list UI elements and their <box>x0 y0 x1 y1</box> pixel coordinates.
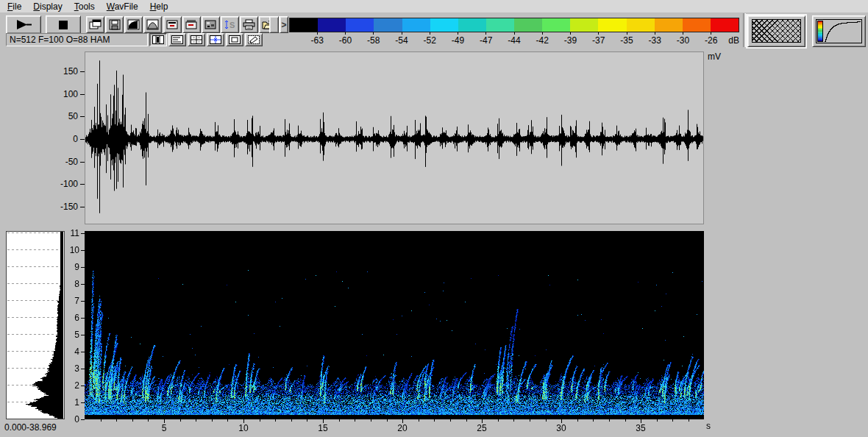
waveform-ytick-label: -50 <box>50 157 78 167</box>
average-spectrum-display <box>6 231 65 419</box>
dither-display-button[interactable] <box>202 16 220 33</box>
spectrogram-xtick-label: 10 <box>235 423 252 433</box>
waveform-ytick <box>80 184 85 185</box>
spectrogram-xtick <box>291 419 292 422</box>
waveform-ytick-label: -100 <box>50 179 78 189</box>
colorbar-segment-13 <box>655 18 683 32</box>
colorbar-segment-7 <box>486 18 514 32</box>
spectrogram-xtick <box>546 419 547 422</box>
quad-grid-icon <box>191 35 202 44</box>
vertical-split-view-button[interactable] <box>149 33 167 46</box>
capture-window-button[interactable] <box>86 16 104 33</box>
colorbar-segment-5 <box>430 18 458 32</box>
colorbar-tick <box>373 32 374 35</box>
colorbar-segment-12 <box>627 18 655 32</box>
spectrogram-ytick <box>81 352 85 352</box>
spectrogram-xtick <box>419 419 419 422</box>
dither-display-icon <box>204 19 217 30</box>
line-list-view-button[interactable] <box>168 33 186 46</box>
menu-display[interactable]: Display <box>27 1 68 13</box>
colorbar-tick <box>542 32 543 35</box>
colorbar-label: -60 <box>334 35 357 46</box>
colorbar-tick <box>317 32 318 35</box>
spectrogram-xtick <box>672 419 673 422</box>
waveform-ytick <box>80 116 85 117</box>
colorbar-segment-9 <box>542 18 570 32</box>
capture-window-icon <box>89 19 102 30</box>
colorbar-segment-11 <box>598 18 626 32</box>
colorbar-label: -35 <box>615 35 638 46</box>
colorbar-label: -44 <box>502 35 526 46</box>
spectrogram-xtick <box>132 419 133 422</box>
quad-grid-view-button[interactable] <box>188 33 205 46</box>
spectrogram-ytick <box>81 318 85 319</box>
spectrogram-ytick-label: 8 <box>60 279 79 289</box>
spectrogram-xtick-label: 30 <box>552 423 570 433</box>
crosshatch-pattern-icon <box>752 19 801 43</box>
spectrogram-ytick <box>81 233 85 234</box>
spectrogram-xtick <box>212 419 213 422</box>
spectrogram-xtick <box>530 419 530 422</box>
fft-settings-text: N=512 F=100 O=88 HAM <box>10 35 110 45</box>
prev-button2[interactable] <box>269 16 279 33</box>
spectrogram-xtick <box>625 419 626 422</box>
save-button[interactable] <box>105 16 124 33</box>
scan-display-button[interactable] <box>163 16 182 33</box>
sample-rate-button[interactable]: S <box>221 16 239 33</box>
waveform-ytick-label: 0 <box>50 134 78 144</box>
toolbar-separator <box>743 13 746 47</box>
spectrogram-ytick <box>81 369 85 369</box>
spectrogram-xtick <box>434 419 435 422</box>
colorbar-tick <box>711 32 711 35</box>
time-range-label: 0.000-38.969 <box>4 422 57 433</box>
gain-curve-icon <box>127 19 140 30</box>
menu-tools[interactable]: Tools <box>68 1 101 13</box>
spectrogram-app-window: File Display Tools WavFile Help <box>0 0 868 437</box>
colorbar-label: -30 <box>672 35 695 46</box>
inset-box-icon <box>229 35 241 44</box>
play-button[interactable] <box>6 15 41 34</box>
colorbar-tick <box>485 32 486 35</box>
spectrogram-ytick <box>81 386 85 386</box>
spectrogram-xtick <box>593 419 594 422</box>
scan-display-icon <box>166 19 179 30</box>
colorbar: -63-60-58-54-52-49-47-44-42-39-37-35-33-… <box>289 18 739 46</box>
menu-wavfile[interactable]: WavFile <box>101 1 144 13</box>
gain-curve-button[interactable] <box>124 16 143 33</box>
colorbar-segment-4 <box>402 18 430 32</box>
waveform-ytick-label: 100 <box>50 89 78 99</box>
menu-file[interactable]: File <box>1 1 27 13</box>
palette-pattern-panel[interactable] <box>747 15 805 47</box>
comb-spectrum-button[interactable] <box>182 16 201 33</box>
colorbar-label: -52 <box>418 35 441 46</box>
svg-text:S: S <box>230 21 235 29</box>
vertical-split-icon <box>152 35 164 44</box>
menu-help[interactable]: Help <box>144 1 174 13</box>
stop-icon <box>58 20 68 30</box>
spectrogram-xtick <box>466 419 467 422</box>
colorbar-segment-10 <box>570 18 598 32</box>
spectrogram-display[interactable] <box>85 231 704 419</box>
colorbar-label: -63 <box>305 35 329 46</box>
transfer-curve-panel[interactable] <box>812 15 866 47</box>
waveform-display[interactable] <box>85 51 704 224</box>
menu-bar: File Display Tools WavFile Help <box>0 0 868 13</box>
spectrogram-ytick <box>81 402 85 403</box>
spectrogram-xtick <box>275 419 276 422</box>
print-button[interactable] <box>240 16 258 33</box>
spectrogram-ytick-label: 6 <box>60 313 79 323</box>
stop-button[interactable] <box>46 15 81 34</box>
waveform-ytick-label: -150 <box>50 202 78 212</box>
window-function-button[interactable] <box>143 16 162 33</box>
spectrogram-ytick <box>81 284 85 285</box>
next-button[interactable]: > <box>280 16 288 33</box>
colorbar-segment-3 <box>374 18 402 32</box>
colorbar-gradient <box>289 18 739 32</box>
colorbar-label: -26 <box>700 35 723 46</box>
colorbar-tick <box>345 32 346 35</box>
quad-grid-cross-view-button[interactable] <box>207 33 224 46</box>
inset-box-view-button[interactable] <box>226 33 243 46</box>
spectrogram-xtick <box>180 419 181 422</box>
spectrogram-xtick <box>609 419 610 422</box>
edit-scales-button[interactable] <box>245 33 263 46</box>
